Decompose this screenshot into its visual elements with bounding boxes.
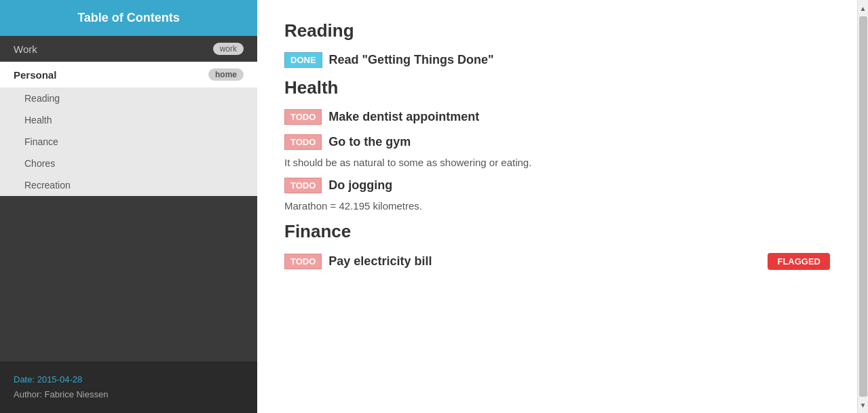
sidebar-subitem-finance[interactable]: Finance xyxy=(0,131,257,153)
sidebar-header: Table of Contents xyxy=(0,0,257,36)
sidebar-item-personal[interactable]: Personal home xyxy=(0,62,257,87)
sidebar-badge-work: work xyxy=(213,43,244,55)
sidebar-subitem-chores[interactable]: Chores xyxy=(0,153,257,174)
badge-todo: TODO xyxy=(284,134,322,150)
task-row: TODO Make dentist appointment xyxy=(284,109,830,125)
task-note: Marathon = 42.195 kilometres. xyxy=(284,200,830,212)
footer-author: Author: Fabrice Niessen xyxy=(14,387,244,402)
footer-date-value: Date: 2015-04-28 xyxy=(14,374,82,385)
sidebar-badge-personal: home xyxy=(208,68,244,81)
task-text: Pay electricity bill xyxy=(328,254,432,269)
task-note: It should be as natural to some as showe… xyxy=(284,157,830,168)
section-heading-health: Health xyxy=(284,77,830,98)
badge-todo: TODO xyxy=(284,109,322,125)
right-scrollbar: ▲ ▼ xyxy=(857,0,868,413)
sidebar-item-work[interactable]: Work work xyxy=(0,36,257,62)
sidebar-section-label: Work xyxy=(14,43,37,55)
task-row: TODO Go to the gym xyxy=(284,134,830,150)
task-row-flagged: TODO Pay electricity bill FLAGGED xyxy=(284,253,830,270)
scroll-thumb[interactable] xyxy=(859,16,867,397)
sidebar-nav: Work work Personal home Reading Health F… xyxy=(0,36,257,361)
task-text: Do jogging xyxy=(328,178,392,193)
task-left: TODO Pay electricity bill xyxy=(284,254,432,269)
task-text: Go to the gym xyxy=(328,135,411,149)
sidebar-section-label: Personal xyxy=(14,69,56,81)
section-heading-finance: Finance xyxy=(284,221,830,242)
sidebar-sub-items: Reading Health Finance Chores Recreation xyxy=(0,87,257,196)
sidebar: Table of Contents Work work Personal hom… xyxy=(0,0,257,413)
sidebar-subitem-recreation[interactable]: Recreation xyxy=(0,174,257,196)
footer-date: Date: 2015-04-28 xyxy=(14,372,244,387)
task-text: Make dentist appointment xyxy=(328,110,479,124)
task-row: TODO Do jogging xyxy=(284,178,830,193)
flagged-badge: FLAGGED xyxy=(768,253,830,270)
scroll-up-arrow[interactable]: ▲ xyxy=(858,1,869,15)
scroll-down-arrow[interactable]: ▼ xyxy=(858,398,869,412)
sidebar-subitem-reading[interactable]: Reading xyxy=(0,87,257,109)
task-text: Read "Getting Things Done" xyxy=(329,53,494,67)
sidebar-subitem-health[interactable]: Health xyxy=(0,109,257,131)
section-heading-reading: Reading xyxy=(284,20,830,41)
badge-todo: TODO xyxy=(284,254,322,269)
main-content: Reading DONE Read "Getting Things Done" … xyxy=(257,0,857,413)
badge-todo: TODO xyxy=(284,178,322,193)
sidebar-footer: Date: 2015-04-28 Author: Fabrice Niessen xyxy=(0,361,257,413)
badge-done: DONE xyxy=(284,52,322,68)
task-row: DONE Read "Getting Things Done" xyxy=(284,52,830,68)
